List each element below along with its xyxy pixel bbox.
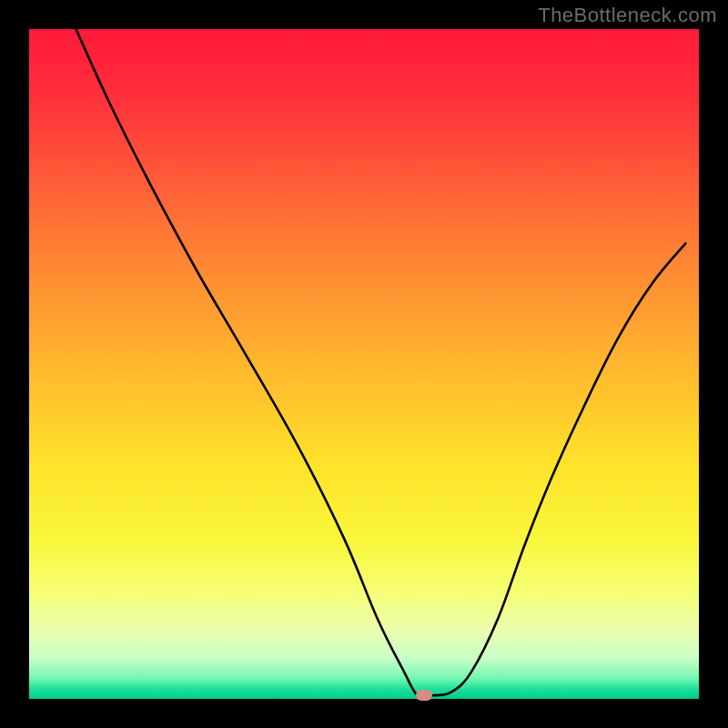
chart-frame: TheBottleneck.com (0, 0, 728, 728)
min-marker (416, 690, 432, 701)
watermark-text: TheBottleneck.com (538, 4, 717, 27)
bottleneck-curve (29, 29, 699, 699)
plot-area (29, 29, 699, 699)
